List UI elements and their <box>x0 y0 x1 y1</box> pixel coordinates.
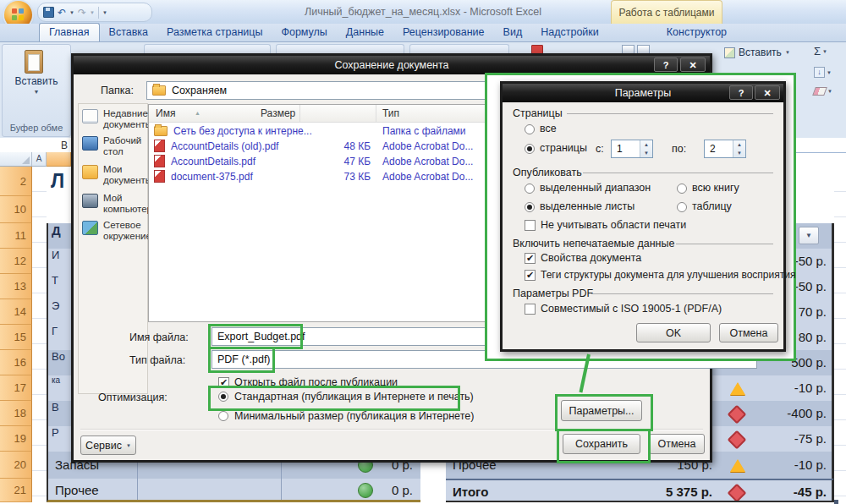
row-header-12[interactable]: 12 <box>0 249 32 274</box>
row-header-21[interactable]: 21 <box>0 479 32 502</box>
row-header-10[interactable]: 10 <box>0 196 32 223</box>
tab-Вид[interactable]: Вид <box>494 24 532 41</box>
ignore-print-areas-checkbox[interactable] <box>525 220 536 231</box>
whole-book-label: всю книгу <box>692 182 739 194</box>
row-label-fragment[interactable]: Во <box>47 350 71 375</box>
sidebar-item-4[interactable]: Мой компьютер <box>82 193 145 215</box>
row-header-14[interactable]: 14 <box>0 299 32 325</box>
row-header-18[interactable]: 18 <box>0 401 32 426</box>
row-header-17[interactable]: 17 <box>0 375 32 401</box>
row-delta-value: -45 р. <box>794 480 827 502</box>
tab-Главная[interactable]: Главная <box>39 23 100 41</box>
row-label-fragment[interactable]: В <box>47 401 71 426</box>
row-label-fragment[interactable]: И <box>47 249 71 274</box>
redo-icon[interactable]: ↷ <box>78 7 86 19</box>
tab-Конструктор[interactable]: Конструктор <box>657 24 736 41</box>
undo-dropdown-icon[interactable]: ▼ <box>69 10 74 15</box>
pages-range-radio[interactable] <box>525 144 535 154</box>
pages-range-label: страницы <box>540 142 587 154</box>
tab-Данные[interactable]: Данные <box>337 24 393 41</box>
row-label-fragment[interactable]: ка <box>47 375 71 401</box>
row-label-fragment[interactable]: Р <box>47 426 71 452</box>
row-header-19[interactable]: 19 <box>0 426 32 452</box>
clear-button[interactable]: ▼ <box>814 84 839 98</box>
status-diamond-icon <box>728 405 747 425</box>
cancel-button[interactable]: Отмена <box>649 434 705 454</box>
column-a-cells[interactable] <box>32 167 47 504</box>
sidebar-item-1[interactable]: Недавние документы <box>82 108 145 130</box>
row-label-fragment[interactable]: Г <box>47 325 71 350</box>
doc-properties-checkbox[interactable]: ✔ <box>525 253 536 264</box>
sidebar-item-3[interactable]: Мои документы <box>82 164 145 186</box>
save-icon[interactable] <box>43 7 54 18</box>
folder-icon <box>154 126 168 136</box>
tab-Рецензирование[interactable]: Рецензирование <box>393 24 494 41</box>
pdf-group-label: Параметры PDF <box>513 288 593 299</box>
right-empty-cells[interactable] <box>834 167 846 504</box>
row-label-fragment[interactable]: Э <box>47 299 71 325</box>
from-page-stepper[interactable]: 1 ▲▼ <box>611 140 653 158</box>
row-header-20[interactable]: 20 <box>0 452 32 479</box>
save-dialog-title: Сохранение документа <box>74 56 710 74</box>
sidebar-item-2[interactable]: Рабочий стол <box>82 135 145 157</box>
all-pages-label: все <box>540 123 557 134</box>
row-label-fragment[interactable]: Д <box>47 223 71 249</box>
column-header-b[interactable] <box>47 152 71 167</box>
selected-range-radio[interactable] <box>525 184 535 194</box>
fill-button[interactable]: ↓▼ <box>814 65 839 79</box>
cell-border <box>137 479 138 500</box>
sidebar-item-5[interactable]: Сетевое окружение <box>82 220 145 242</box>
close-icon[interactable]: ✕ <box>680 58 706 72</box>
tab-Формулы[interactable]: Формулы <box>272 24 336 41</box>
redo-dropdown-icon[interactable]: ▼ <box>90 10 95 15</box>
column-name[interactable]: Имя <box>156 107 175 119</box>
filter-dropdown-button[interactable]: ▼ <box>799 227 819 244</box>
autosum-button[interactable]: Σ▼ <box>814 44 839 58</box>
help-button[interactable]: ? <box>729 85 753 100</box>
paste-dropdown-icon[interactable]: ▼ <box>3 89 70 95</box>
customize-qat-icon[interactable]: ▼ <box>102 10 107 15</box>
iso-compliant-checkbox[interactable] <box>525 304 536 315</box>
row-label-fragment[interactable]: Т <box>47 274 71 299</box>
column-header-a[interactable]: A <box>32 152 47 167</box>
column-size[interactable]: Размер <box>261 107 294 119</box>
column-type[interactable]: Тип <box>382 107 399 119</box>
row-header-16[interactable]: 16 <box>0 350 32 375</box>
sort-ascending-icon: ▲ <box>195 110 201 116</box>
stepper-arrows-icon[interactable]: ▲▼ <box>640 140 652 157</box>
row-header-2[interactable]: 2 <box>0 167 32 196</box>
undo-icon[interactable]: ↶ <box>58 7 66 19</box>
selected-sheets-radio[interactable] <box>525 202 535 212</box>
help-button[interactable]: ? <box>654 58 678 72</box>
group-divider <box>567 113 773 114</box>
tools-button[interactable]: Сервис▼ <box>80 436 136 455</box>
paste-button[interactable]: Вставить <box>3 75 70 87</box>
tab-Вставка[interactable]: Вставка <box>100 24 157 41</box>
row-delta-value: 80 р. <box>799 325 827 350</box>
ok-button[interactable]: OK <box>636 323 711 342</box>
insert-cells-button[interactable]: Вставить ▼ <box>724 44 809 61</box>
tab-Надстройки[interactable]: Надстройки <box>531 24 608 41</box>
status-diamond-icon <box>728 430 747 450</box>
row-delta-value: -50 р. <box>794 249 827 274</box>
sheet-title-fragment: Л <box>51 170 64 193</box>
optimize-minimum-radio[interactable] <box>218 411 228 421</box>
select-all-corner[interactable] <box>0 152 32 167</box>
row-header-15[interactable]: 15 <box>0 325 32 350</box>
row-header-13[interactable]: 13 <box>0 274 32 299</box>
row-header-11[interactable]: 11 <box>0 223 32 249</box>
table-row-right[interactable]: Итого5 375 р.-45 р. <box>446 479 834 502</box>
all-pages-radio[interactable] <box>525 124 535 134</box>
close-icon[interactable]: ✕ <box>755 85 780 100</box>
tab-Разметка страницы[interactable]: Разметка страницы <box>157 24 272 41</box>
file-name: AccountDetails.pdf <box>171 156 255 167</box>
to-page-stepper[interactable]: 2 ▲▼ <box>704 140 746 158</box>
table-resize-handle[interactable] <box>834 500 838 504</box>
table-radio[interactable] <box>677 202 687 212</box>
table-row-left[interactable]: Прочее0 р. <box>47 479 420 502</box>
optimize-label: Оптимизация: <box>98 392 168 403</box>
whole-book-radio[interactable] <box>677 184 687 194</box>
structure-tags-checkbox[interactable]: ✔ <box>525 270 536 281</box>
options-cancel-button[interactable]: Отмена <box>719 323 778 342</box>
stepper-arrows-icon[interactable]: ▲▼ <box>733 140 745 157</box>
